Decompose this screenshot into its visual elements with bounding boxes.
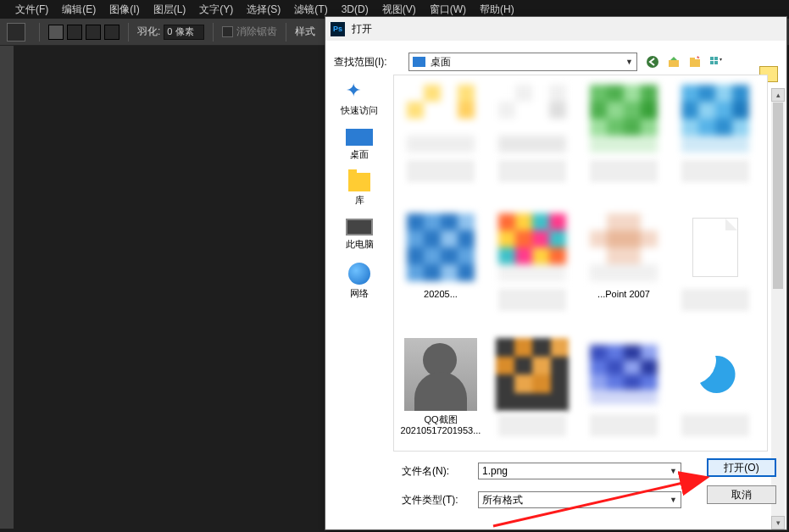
place-libraries[interactable]: 库 [348,173,370,207]
tile-caption [590,160,658,182]
antialias-label: 消除锯齿 [236,25,277,39]
list-item[interactable]: ...Point 2007 [579,208,669,335]
tile-caption [498,160,566,182]
place-thispc[interactable]: 此电脑 [346,219,374,251]
place-label: 快速访问 [341,104,378,117]
tile-caption [498,289,566,311]
list-item[interactable] [487,79,577,206]
place-network[interactable]: 网络 [348,263,370,300]
lookin-value: 桌面 [431,55,451,69]
place-label: 库 [355,194,364,207]
place-desktop[interactable]: 桌面 [346,129,373,161]
place-label: 此电脑 [346,238,374,251]
file-tiles: 20205... ...Point 2007 [394,75,767,452]
tile-caption [498,414,566,436]
back-icon[interactable] [644,54,660,70]
tile-caption [681,289,749,311]
list-item[interactable] [579,79,669,206]
lookin-label: 查找范围(I): [334,55,408,69]
dialog-nav-icons: * [644,54,724,70]
chevron-down-icon: ▼ [625,58,633,66]
menu-layer[interactable]: 图层(L) [147,3,193,17]
open-button[interactable]: 打开(O) [707,458,776,477]
list-item[interactable] [579,336,669,452]
tile-caption [681,160,749,182]
up-icon[interactable] [665,54,681,70]
selection-mode-icons [48,25,119,40]
filename-label: 文件名(N): [402,464,478,479]
list-item[interactable] [487,208,577,335]
divider [39,23,40,42]
lookin-select[interactable]: 桌面 ▼ [408,53,637,71]
quickaccess-icon: ✦ [346,80,373,102]
style-label: 样式 [295,25,315,39]
tile-caption [407,160,475,182]
view-menu-icon[interactable] [708,54,724,70]
svg-rect-3 [690,58,695,60]
scroll-up-icon[interactable]: ▴ [771,88,785,102]
cancel-button-label: 取消 [731,488,752,502]
chevron-down-icon: ▼ [670,496,677,504]
filetype-select[interactable]: 所有格式 ▼ [478,491,681,508]
svg-rect-5 [710,57,714,60]
list-item[interactable] [396,79,486,206]
list-item[interactable]: 20205... [396,208,486,335]
menu-type[interactable]: 文字(Y) [192,3,240,17]
divider [286,23,286,42]
menu-window[interactable]: 窗口(W) [423,3,473,17]
desktop-icon [346,129,373,146]
menu-filter[interactable]: 滤镜(T) [287,3,334,17]
tile-caption [681,414,749,436]
selection-subtract-icon[interactable] [86,25,101,40]
list-item[interactable] [670,208,760,335]
menu-edit[interactable]: 编辑(E) [55,3,103,17]
ps-icon: Ps [331,22,345,36]
desktop-icon [413,57,425,67]
svg-text:*: * [697,55,700,63]
open-file-dialog: Ps 打开 查找范围(I): 桌面 ▼ * ✦ 快速访问 桌面 [325,16,787,530]
dialog-title-text: 打开 [352,22,372,36]
svg-rect-1 [669,60,679,67]
file-list-scrollbar[interactable]: ▴ ▾ [771,88,785,452]
tool-preset-icon[interactable] [7,23,25,42]
cancel-button[interactable]: 取消 [707,485,776,504]
thispc-icon [346,219,373,236]
menu-help[interactable]: 帮助(H) [473,3,521,17]
selection-new-icon[interactable] [48,25,64,40]
place-label: 网络 [350,287,369,300]
menu-select[interactable]: 选择(S) [240,3,287,17]
list-item[interactable] [670,79,760,206]
filename-input[interactable]: 1.png ▼ [478,463,681,479]
dialog-body: ✦ 快速访问 桌面 库 此电脑 网络 [325,75,786,452]
antialias-checkbox[interactable] [222,26,233,37]
menu-view[interactable]: 视图(V) [375,3,423,17]
tile-caption: ...Point 2007 [597,289,650,311]
selection-intersect-icon[interactable] [104,25,119,40]
svg-point-0 [647,56,658,68]
libraries-icon [348,173,370,191]
list-item[interactable] [487,336,577,452]
filename-value: 1.png [482,465,508,477]
feather-input[interactable] [164,25,204,40]
scroll-thumb[interactable] [773,103,783,289]
dialog-bottom: 文件名(N): 1.png ▼ 文件类型(T): 所有格式 ▼ 打开(O) 取消 [325,452,786,529]
list-item[interactable] [670,336,760,452]
divider [213,23,214,42]
ps-tools-panel [0,46,14,529]
menu-image[interactable]: 图像(I) [103,3,146,17]
place-quickaccess[interactable]: ✦ 快速访问 [341,80,378,117]
svg-rect-7 [710,61,714,64]
places-bar: ✦ 快速访问 桌面 库 此电脑 网络 [325,75,393,452]
divider [128,23,129,42]
tile-caption: 20205... [424,289,458,311]
open-button-label: 打开(O) [724,461,758,475]
new-folder-icon[interactable]: * [686,54,703,70]
svg-rect-8 [714,61,718,64]
tile-caption: QQ截图20210517201953... [396,414,486,436]
network-icon [348,263,370,285]
list-item[interactable]: QQ截图20210517201953... [396,336,486,452]
menu-file[interactable]: 文件(F) [8,3,55,17]
selection-add-icon[interactable] [67,25,82,40]
menu-3d[interactable]: 3D(D) [335,3,375,15]
chevron-down-icon: ▼ [670,467,677,475]
